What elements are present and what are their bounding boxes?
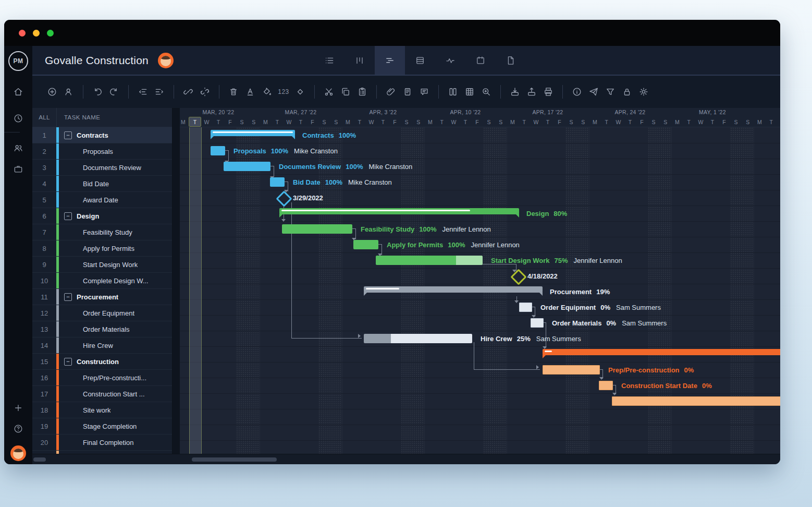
view-tab-activity[interactable] (435, 46, 465, 75)
view-tab-sheet[interactable] (405, 46, 435, 75)
collapse-toggle-icon[interactable]: − (64, 212, 72, 220)
task-row-14[interactable]: 14Hire Crew (32, 337, 172, 354)
export-icon[interactable] (523, 83, 540, 100)
task-row-2[interactable]: 2Proposals (32, 143, 172, 160)
link-icon[interactable] (180, 83, 196, 100)
task-bar-order-equipment[interactable] (519, 303, 532, 312)
collapse-toggle-icon[interactable]: − (64, 293, 72, 301)
collapse-toggle-icon[interactable]: − (64, 131, 72, 139)
task-row-15[interactable]: 15−Construction (32, 354, 172, 370)
maximize-window-button[interactable] (47, 30, 54, 37)
task-bar-construction-start-date[interactable] (599, 381, 613, 390)
import-icon[interactable] (507, 83, 523, 100)
clock-icon[interactable] (4, 108, 32, 129)
add-user-icon[interactable] (60, 83, 77, 100)
task-bar-documents-review[interactable] (224, 162, 270, 171)
view-tab-gantt[interactable] (375, 46, 405, 75)
task-bar-bid-date[interactable] (270, 177, 285, 187)
task-row-11[interactable]: 11−Procurement (32, 289, 172, 305)
plus-circle-icon[interactable] (44, 83, 60, 100)
panel-splitter[interactable] (173, 108, 180, 454)
pm-logo[interactable]: PM (8, 51, 28, 71)
task-row-20[interactable]: 20Final Completion (32, 434, 172, 451)
task-row-18[interactable]: 18Site work (32, 402, 172, 418)
view-tab-board[interactable] (345, 46, 375, 75)
view-tab-calendar[interactable] (465, 46, 496, 75)
copy-icon[interactable] (337, 83, 354, 100)
summary-bar-procurement[interactable] (364, 286, 543, 293)
gantt-hscrollbar[interactable] (192, 457, 277, 462)
undo-icon[interactable] (89, 83, 106, 100)
task-row-3[interactable]: 3Documents Review (32, 160, 172, 176)
filter-icon[interactable] (602, 83, 619, 100)
numbers-123-icon[interactable]: 123 (275, 83, 292, 100)
task-row-17[interactable]: 17Construction Start ... (32, 386, 172, 402)
task-list-hscrollbar[interactable] (33, 457, 46, 462)
task-bar-start-design-work[interactable] (376, 256, 483, 265)
info-icon[interactable] (569, 83, 585, 100)
task-bar-apply-for-permits[interactable] (353, 240, 378, 249)
indent-icon[interactable] (151, 83, 168, 100)
task-row-4[interactable]: 4Bid Date (32, 176, 172, 192)
task-row-5[interactable]: 5Award Date (32, 192, 172, 208)
view-tab-list[interactable] (314, 46, 345, 75)
task-bar-feasibility-study[interactable] (282, 224, 352, 234)
redo-icon[interactable] (106, 83, 122, 100)
settings-icon[interactable] (635, 83, 652, 100)
portfolio-icon[interactable] (4, 159, 32, 179)
task-row-number: 9 (32, 261, 56, 269)
task-row-12[interactable]: 12Order Equipment (32, 305, 172, 321)
notes-icon[interactable] (399, 83, 416, 100)
task-row-13[interactable]: 13Order Materials (32, 321, 172, 337)
task-row-10[interactable]: 10Complete Design W... (32, 273, 172, 289)
summary-bar-contracts[interactable] (211, 130, 295, 136)
task-bar-proposals[interactable] (211, 146, 225, 155)
column-header-task-name[interactable]: TASK NAME (56, 108, 172, 127)
column-header-all[interactable]: ALL (32, 114, 56, 120)
trash-icon[interactable] (225, 83, 242, 100)
outdent-icon[interactable] (134, 83, 151, 100)
view-tab-doc[interactable] (496, 46, 526, 75)
zoom-in-icon[interactable] (478, 83, 495, 100)
task-row-19[interactable]: 19Stage Completion (32, 418, 172, 434)
day-cell: S (248, 117, 260, 126)
day-cell: T (354, 117, 366, 126)
print-icon[interactable] (540, 83, 557, 100)
milestone-diamond-icon[interactable] (292, 83, 309, 100)
share-icon[interactable] (585, 83, 602, 100)
lock-icon[interactable] (619, 83, 635, 100)
collapse-toggle-icon[interactable]: − (64, 358, 72, 366)
comment-icon[interactable] (416, 83, 433, 100)
user-avatar[interactable] (10, 445, 26, 461)
summary-bar-construction[interactable] (543, 349, 780, 355)
week-label: APR, 3 '22 (342, 109, 424, 117)
task-row-16[interactable]: 16Prep/Pre-constructi... (32, 370, 172, 386)
close-window-button[interactable] (19, 30, 26, 37)
table-grid-icon[interactable] (461, 83, 478, 100)
task-bar-prep-pre-construction[interactable] (543, 365, 600, 375)
day-cell: T (272, 117, 284, 126)
project-owner-avatar[interactable] (158, 53, 174, 68)
bar-label: Procurement19% (550, 288, 610, 296)
task-row-7[interactable]: 7Feasibility Study (32, 224, 172, 240)
cut-icon[interactable] (321, 83, 337, 100)
minimize-window-button[interactable] (33, 30, 40, 37)
unlink-icon[interactable] (196, 83, 213, 100)
task-bar-order-materials[interactable] (531, 318, 544, 328)
help-icon[interactable] (4, 418, 32, 439)
task-bar-site-work[interactable] (612, 396, 780, 406)
paste-icon[interactable] (354, 83, 371, 100)
attachment-icon[interactable] (383, 83, 399, 100)
plus-icon[interactable] (4, 397, 32, 418)
task-row-6[interactable]: 6−Design (32, 208, 172, 224)
summary-bar-design[interactable] (279, 208, 519, 214)
columns-icon[interactable] (445, 83, 461, 100)
task-bar-hire-crew[interactable] (364, 334, 472, 343)
task-row-1[interactable]: 1−Contracts (32, 127, 172, 143)
task-row-8[interactable]: 8Apply for Permits (32, 240, 172, 257)
task-row-9[interactable]: 9Start Design Work (32, 257, 172, 273)
home-icon[interactable] (10, 83, 27, 100)
team-icon[interactable] (4, 138, 32, 159)
text-color-icon[interactable] (242, 83, 259, 100)
fill-color-icon[interactable] (259, 83, 275, 100)
